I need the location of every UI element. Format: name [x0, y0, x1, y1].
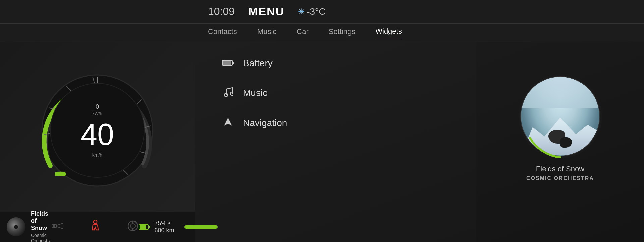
now-playing-info: Fields of Snow Cosmic Orchestra [31, 210, 51, 242]
nav-tabs: Contacts Music Car Settings Widgets [0, 24, 644, 42]
track-title-large: Fields of Snow [526, 165, 594, 173]
svg-point-15 [53, 225, 55, 227]
speedometer: 0 kW/h 40 km/h [37, 70, 158, 191]
album-progress-arc [517, 73, 604, 160]
tire-pressure-icon[interactable]: ! [127, 220, 139, 234]
speed-value: 40 [80, 119, 114, 150]
center-panel: Battery Music Navigation [195, 42, 476, 242]
tab-widgets[interactable]: Widgets [375, 27, 402, 38]
headlights-icon[interactable] [51, 221, 63, 233]
speed-unit: km/h [80, 152, 114, 158]
svg-marker-30 [224, 118, 232, 126]
svg-line-12 [57, 223, 63, 225]
album-art-small [7, 217, 25, 236]
svg-point-31 [519, 75, 601, 157]
tab-car[interactable]: Car [297, 27, 308, 38]
artist-name-small: Cosmic Orchestra [31, 233, 51, 242]
music-menu-icon [221, 86, 235, 99]
range-progress-bar [184, 225, 217, 229]
header-time: 10:09 [208, 5, 235, 18]
svg-rect-26 [223, 61, 231, 65]
album-art-wrapper [520, 76, 600, 157]
battery-menu-icon [221, 57, 235, 69]
battery-icon [139, 224, 150, 230]
svg-point-16 [94, 220, 97, 224]
svg-rect-27 [232, 62, 234, 64]
battery-percentage-range: 75% • 600 km [154, 220, 180, 234]
speed-display: 0 kW/h 40 km/h [80, 103, 114, 158]
kwh-value: 0 [80, 103, 114, 110]
battery-status-bar: 75% • 600 km [139, 220, 217, 234]
song-title-small: Fields of Snow [31, 210, 51, 232]
track-artist-large: COSMIC ORCHESTRA [526, 175, 594, 182]
main-content: 0 kW/h 40 km/h Fields of Snow Cosmic Orc… [0, 42, 644, 242]
header: 10:09 MENU ✳ -3°C [0, 0, 644, 24]
battery-menu-label: Battery [243, 58, 273, 69]
tab-music[interactable]: Music [257, 27, 276, 38]
navigation-menu-icon [221, 117, 235, 129]
svg-line-14 [57, 227, 63, 229]
left-panel: 0 kW/h 40 km/h Fields of Snow Cosmic Orc… [0, 42, 195, 242]
right-panel: Fields of Snow COSMIC ORCHESTRA [476, 42, 644, 242]
track-info: Fields of Snow COSMIC ORCHESTRA [526, 165, 594, 182]
kwh-unit: kW/h [80, 111, 114, 116]
svg-point-28 [224, 93, 228, 97]
widget-menu-navigation[interactable]: Navigation [215, 112, 456, 134]
seatbelt-warning-icon[interactable] [90, 220, 100, 234]
widget-menu-battery[interactable]: Battery [215, 52, 456, 74]
now-playing-left: Fields of Snow Cosmic Orchestra [7, 210, 51, 242]
header-menu-label: MENU [248, 5, 284, 18]
navigation-menu-label: Navigation [243, 118, 287, 128]
tab-contacts[interactable]: Contacts [208, 27, 237, 38]
bottom-bar: Fields of Snow Cosmic Orchestra [0, 212, 195, 242]
snowflake-icon: ✳ [298, 7, 305, 16]
svg-text:!: ! [132, 224, 133, 228]
widget-menu-music[interactable]: Music [215, 81, 456, 105]
bottom-icons: ! [51, 220, 139, 234]
header-temperature: ✳ -3°C [298, 6, 325, 17]
tab-settings[interactable]: Settings [329, 27, 356, 38]
music-menu-label: Music [243, 88, 267, 98]
